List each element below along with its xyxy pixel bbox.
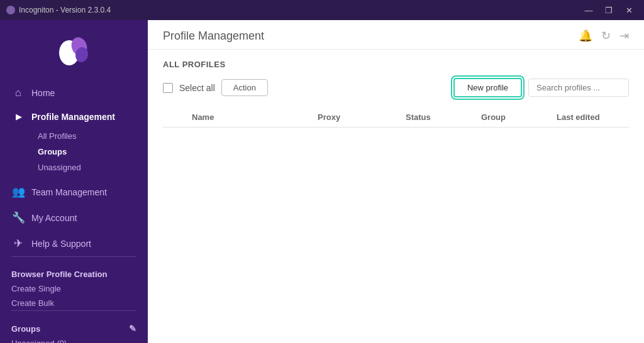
minimize-button[interactable]: — — [580, 3, 597, 17]
app-body: ⌂ Home ▶ Profile Management All Profiles… — [0, 20, 644, 343]
sidebar-item-account-label: My Account — [31, 213, 77, 223]
groups-title: Groups — [11, 324, 40, 334]
logo-svg — [55, 33, 93, 70]
toolbar: Select all Action New profile — [163, 78, 629, 97]
divider-2 — [11, 310, 136, 311]
forward-icon[interactable]: ⇥ — [619, 29, 629, 43]
sidebar-item-home[interactable]: ⌂ Home — [0, 80, 148, 106]
content-area: ALL PROFILES Select all Action New profi… — [148, 50, 644, 343]
select-all-checkbox[interactable] — [163, 83, 173, 93]
col-name: Name — [188, 112, 314, 122]
main-content: Profile Management 🔔 ↻ ⇥ ALL PROFILES Se… — [148, 20, 644, 343]
sidebar-item-create-single[interactable]: Create Single — [0, 281, 148, 296]
sidebar-item-unassigned[interactable]: Unassigned — [31, 160, 148, 175]
refresh-icon[interactable]: ↻ — [601, 29, 611, 43]
col-proxy: Proxy — [314, 112, 402, 122]
sidebar-item-help-support[interactable]: ✈ Help & Support — [0, 231, 148, 256]
bell-icon[interactable]: 🔔 — [579, 29, 592, 43]
empty-state — [163, 128, 629, 253]
divider-1 — [11, 256, 136, 257]
titlebar-left: Incogniton - Version 2.3.0.4 — [6, 6, 111, 14]
sidebar-logo — [0, 20, 148, 80]
sidebar-item-my-account[interactable]: 🔧 My Account — [0, 205, 148, 231]
app-icon — [6, 6, 15, 14]
sidebar: ⌂ Home ▶ Profile Management All Profiles… — [0, 20, 148, 343]
sidebar-item-profile-management[interactable]: ▶ Profile Management — [0, 106, 148, 128]
toolbar-right: New profile — [453, 78, 629, 97]
sidebar-item-home-label: Home — [31, 88, 55, 98]
col-group: Group — [477, 112, 553, 122]
close-button[interactable]: ✕ — [620, 3, 638, 17]
profile-sub-nav: All Profiles Groups Unassigned — [0, 128, 148, 175]
col-last-edited: Last edited — [553, 112, 629, 122]
sidebar-nav: ⌂ Home ▶ Profile Management All Profiles… — [0, 80, 148, 343]
titlebar-controls: — ❐ ✕ — [580, 3, 638, 17]
page-title: Profile Management — [163, 30, 264, 43]
section-title: ALL PROFILES — [163, 60, 629, 69]
sidebar-item-all-profiles[interactable]: All Profiles — [31, 128, 148, 144]
team-icon: 👥 — [11, 185, 25, 199]
profile-management-icon: ▶ — [11, 112, 25, 121]
help-icon: ✈ — [11, 237, 25, 250]
select-all-label[interactable]: Select all — [179, 83, 215, 93]
sidebar-item-help-label: Help & Support — [31, 239, 91, 249]
sidebar-item-team-label: Team Management — [31, 187, 107, 197]
col-status: Status — [402, 112, 477, 122]
action-button[interactable]: Action — [221, 79, 268, 96]
sidebar-item-create-bulk[interactable]: Create Bulk — [0, 296, 148, 310]
titlebar: Incogniton - Version 2.3.0.4 — ❐ ✕ — [0, 0, 644, 20]
sidebar-item-unassigned-group[interactable]: Unassigned (0) — [0, 336, 148, 343]
browser-profile-creation-title: Browser Profile Creation — [0, 261, 148, 281]
main-header: Profile Management 🔔 ↻ ⇥ — [148, 20, 644, 50]
toolbar-left: Select all Action — [163, 79, 446, 96]
sidebar-item-profile-label: Profile Management — [31, 112, 115, 122]
home-icon: ⌂ — [11, 87, 25, 99]
groups-edit-icon[interactable]: ✎ — [129, 324, 136, 334]
groups-header: Groups ✎ — [0, 315, 148, 336]
sidebar-item-groups[interactable]: Groups — [31, 144, 148, 160]
col-checkbox — [163, 112, 188, 122]
search-input[interactable] — [528, 79, 629, 97]
account-icon: 🔧 — [11, 211, 25, 224]
header-icons: 🔔 ↻ ⇥ — [579, 29, 629, 43]
sidebar-item-team-management[interactable]: 👥 Team Management — [0, 179, 148, 205]
table-header: Name Proxy Status Group Last edited — [163, 107, 629, 128]
app-title: Incogniton - Version 2.3.0.4 — [19, 6, 111, 14]
maximize-button[interactable]: ❐ — [600, 3, 618, 17]
new-profile-button[interactable]: New profile — [453, 78, 522, 97]
